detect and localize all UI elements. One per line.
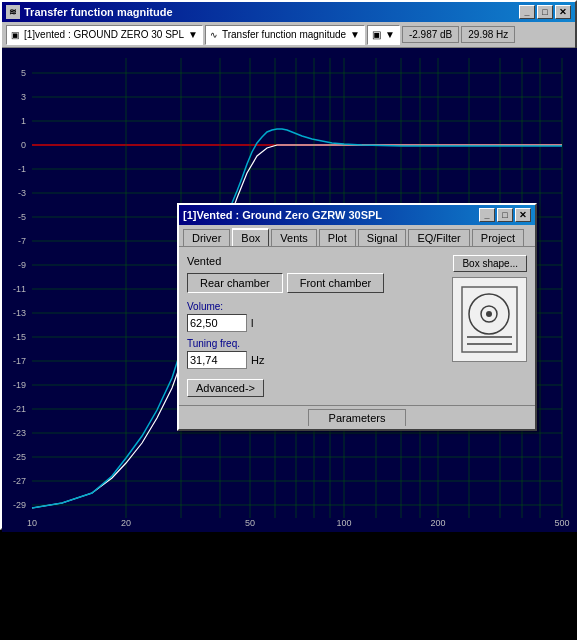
svg-text:1: 1 [21, 116, 26, 126]
extra-dropdown[interactable]: ▣ ▼ [367, 25, 400, 45]
function-arrow: ▼ [350, 29, 360, 40]
svg-text:5: 5 [21, 68, 26, 78]
tab-vents[interactable]: Vents [271, 229, 317, 246]
front-chamber-button[interactable]: Front chamber [287, 273, 385, 293]
tab-project[interactable]: Project [472, 229, 524, 246]
svg-text:500: 500 [554, 518, 569, 528]
box-shape-button[interactable]: Box shape... [453, 255, 527, 272]
tuning-input[interactable] [187, 351, 247, 369]
title-bar: ≋ Transfer function magnitude _ □ ✕ [2, 2, 575, 22]
svg-text:-19: -19 [13, 380, 26, 390]
svg-text:-27: -27 [13, 476, 26, 486]
hz-value: 29.98 Hz [461, 26, 515, 43]
tab-box[interactable]: Box [232, 228, 269, 246]
svg-text:-3: -3 [18, 188, 26, 198]
channel-dropdown[interactable]: ▣ [1]vented : GROUND ZERO 30 SPL ▼ [6, 25, 203, 45]
channel-label: [1]vented : GROUND ZERO 30 SPL [24, 29, 184, 40]
dialog-title-buttons: _ □ ✕ [479, 208, 531, 222]
svg-text:-25: -25 [13, 452, 26, 462]
svg-text:3: 3 [21, 92, 26, 102]
parameters-tab[interactable]: Parameters [308, 409, 407, 426]
dialog-window: [1]Vented : Ground Zero GZRW 30SPL _ □ ✕… [177, 203, 537, 431]
app-window: ≋ Transfer function magnitude _ □ ✕ ▣ [1… [0, 0, 577, 530]
tab-plot[interactable]: Plot [319, 229, 356, 246]
function-label: Transfer function magnitude [222, 29, 346, 40]
svg-text:200: 200 [430, 518, 445, 528]
toolbar: ▣ [1]vented : GROUND ZERO 30 SPL ▼ ∿ Tra… [2, 22, 575, 48]
app-title: Transfer function magnitude [24, 6, 173, 18]
dialog-footer: Parameters [179, 405, 535, 429]
svg-text:-11: -11 [13, 284, 26, 294]
extra-icon: ▣ [372, 29, 381, 40]
svg-text:-23: -23 [13, 428, 26, 438]
channel-arrow: ▼ [188, 29, 198, 40]
function-dropdown[interactable]: ∿ Transfer function magnitude ▼ [205, 25, 365, 45]
speaker-diagram [452, 277, 527, 362]
svg-text:-7: -7 [18, 236, 26, 246]
dialog-title-text: [1]Vented : Ground Zero GZRW 30SPL [183, 209, 382, 221]
tab-eqfilter[interactable]: EQ/Filter [408, 229, 469, 246]
dialog-content: Box shape... Vented Rear chamber Front c… [179, 247, 535, 405]
function-icon: ∿ [210, 30, 218, 40]
tuning-unit: Hz [251, 354, 264, 366]
tab-signal[interactable]: Signal [358, 229, 407, 246]
svg-text:0: 0 [21, 140, 26, 150]
svg-text:-29: -29 [13, 500, 26, 510]
svg-text:20: 20 [121, 518, 131, 528]
tab-driver[interactable]: Driver [183, 229, 230, 246]
advanced-button[interactable]: Advanced-> [187, 379, 264, 397]
dialog-maximize-button[interactable]: □ [497, 208, 513, 222]
svg-text:-15: -15 [13, 332, 26, 342]
extra-arrow: ▼ [385, 29, 395, 40]
title-bar-left: ≋ Transfer function magnitude [6, 5, 173, 19]
graph-area: 5 3 1 0 -1 -3 -5 -7 -9 -11 -13 -15 -17 -… [2, 48, 577, 532]
svg-text:-17: -17 [13, 356, 26, 366]
svg-text:-9: -9 [18, 260, 26, 270]
dialog-minimize-button[interactable]: _ [479, 208, 495, 222]
svg-text:-5: -5 [18, 212, 26, 222]
dialog-title-bar: [1]Vented : Ground Zero GZRW 30SPL _ □ ✕ [179, 205, 535, 225]
svg-text:100: 100 [336, 518, 351, 528]
db-value: -2.987 dB [402, 26, 459, 43]
svg-text:50: 50 [245, 518, 255, 528]
svg-text:-1: -1 [18, 164, 26, 174]
channel-icon: ▣ [11, 30, 20, 40]
svg-text:10: 10 [27, 518, 37, 528]
maximize-button[interactable]: □ [537, 5, 553, 19]
svg-point-66 [486, 311, 492, 317]
app-icon: ≋ [6, 5, 20, 19]
close-button[interactable]: ✕ [555, 5, 571, 19]
dialog-close-button[interactable]: ✕ [515, 208, 531, 222]
title-bar-buttons: _ □ ✕ [519, 5, 571, 19]
dialog-tabs: Driver Box Vents Plot Signal EQ/Filter P… [179, 225, 535, 247]
rear-chamber-button[interactable]: Rear chamber [187, 273, 283, 293]
svg-text:-13: -13 [13, 308, 26, 318]
minimize-button[interactable]: _ [519, 5, 535, 19]
volume-input[interactable] [187, 314, 247, 332]
svg-text:-21: -21 [13, 404, 26, 414]
speaker-svg [457, 282, 522, 357]
volume-unit: l [251, 317, 253, 329]
